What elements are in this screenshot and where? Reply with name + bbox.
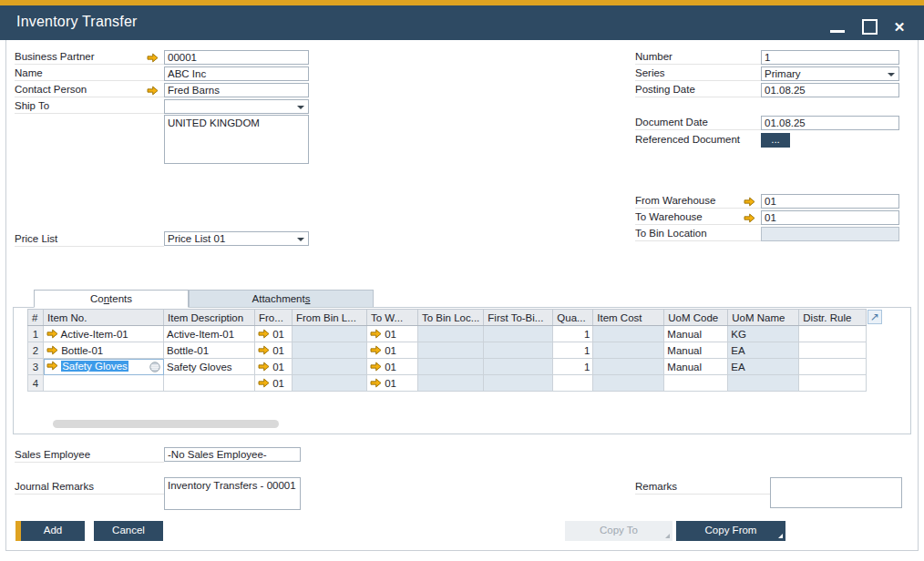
to-warehouse-input[interactable] (761, 210, 899, 225)
item-no-cell[interactable]: Active-Item-01 (44, 326, 164, 342)
link-arrow-icon[interactable] (147, 53, 159, 63)
distr-rule-cell[interactable] (799, 375, 867, 392)
ship-to-dropdown[interactable] (164, 99, 309, 114)
quantity-cell[interactable]: 1 (553, 326, 593, 342)
item-no-cell[interactable] (44, 375, 164, 392)
col-header-uom-code[interactable]: UoM Code (664, 310, 728, 326)
close-button[interactable]: ✕ (889, 18, 909, 36)
number-input[interactable] (761, 50, 899, 65)
item-description-cell[interactable] (164, 375, 255, 392)
remarks-textarea[interactable] (770, 477, 902, 508)
series-dropdown[interactable]: Primary (761, 66, 899, 81)
from-warehouse-cell[interactable]: 01 (255, 326, 293, 342)
item-no-cell[interactable]: Bottle-01 (44, 342, 164, 359)
col-header-item-cost[interactable]: Item Cost (593, 310, 664, 326)
col-header-to-bin[interactable]: To Bin Loc... (418, 310, 484, 326)
referenced-document-button[interactable]: ... (761, 133, 790, 148)
price-list-value: Price List 01 (168, 233, 225, 244)
item-description-cell[interactable]: Safety Gloves (164, 359, 255, 375)
item-description-cell[interactable]: Active-Item-01 (164, 326, 255, 342)
col-header-item-description[interactable]: Item Description (164, 310, 255, 326)
link-arrow-icon[interactable] (370, 378, 382, 388)
number-label: Number (635, 50, 761, 65)
link-arrow-icon[interactable] (46, 345, 58, 355)
from-warehouse-cell[interactable]: 01 (255, 359, 293, 375)
row-number-cell[interactable]: 3 (28, 359, 44, 375)
quantity-cell[interactable] (553, 375, 593, 392)
col-header-from-warehouse[interactable]: Fro... (255, 310, 293, 326)
choose-from-list-icon[interactable] (149, 362, 160, 372)
tab-attachments[interactable]: Attachments (189, 290, 374, 308)
series-label: Series (635, 66, 761, 81)
add-button[interactable]: Add (15, 521, 85, 541)
link-arrow-icon[interactable] (258, 378, 270, 388)
link-arrow-icon[interactable] (258, 345, 270, 355)
to-warehouse-cell[interactable]: 01 (367, 326, 418, 342)
horizontal-scrollbar-thumb[interactable] (53, 420, 279, 428)
quantity-cell[interactable]: 1 (553, 342, 593, 359)
name-label: Name (15, 66, 164, 81)
row-number-cell[interactable]: 4 (28, 375, 44, 392)
maximize-button[interactable] (860, 18, 880, 36)
link-arrow-icon[interactable] (46, 361, 58, 371)
remarks-label: Remarks (635, 480, 770, 495)
link-arrow-icon[interactable] (258, 362, 270, 372)
col-header-first-to-bin[interactable]: First To-Bi... (484, 310, 553, 326)
col-header-row-num[interactable]: # (28, 310, 44, 326)
row-number-cell[interactable]: 1 (28, 326, 44, 342)
uom-code-cell[interactable]: Manual (664, 359, 728, 375)
name-input[interactable] (164, 66, 309, 81)
link-arrow-icon[interactable] (258, 329, 270, 339)
row-number-cell[interactable]: 2 (28, 342, 44, 359)
col-header-from-bin[interactable]: From Bin L... (293, 310, 367, 326)
window-title: Inventory Transfer (16, 14, 138, 30)
link-arrow-icon[interactable] (744, 197, 755, 207)
posting-date-input[interactable] (761, 83, 899, 97)
ship-to-address-textarea[interactable]: UNITED KINGDOM (164, 115, 309, 164)
from-warehouse-cell[interactable]: 01 (255, 342, 293, 359)
from-warehouse-input[interactable] (761, 194, 899, 209)
distr-rule-cell[interactable] (799, 326, 867, 342)
copy-from-button[interactable]: Copy From (676, 521, 785, 541)
distr-rule-cell[interactable] (799, 342, 867, 359)
uom-code-cell[interactable]: Manual (664, 342, 728, 359)
from-warehouse-cell[interactable]: 01 (255, 375, 293, 392)
distr-rule-cell[interactable] (799, 359, 867, 375)
col-header-uom-name[interactable]: UoM Name (728, 310, 799, 326)
journal-remarks-textarea[interactable]: Inventory Transfers - 00001 (164, 477, 301, 510)
item-no-cell-editing[interactable]: Safety Gloves (44, 359, 164, 375)
col-header-distr-rule[interactable]: Distr. Rule (799, 310, 867, 326)
item-description-cell[interactable]: Bottle-01 (164, 342, 255, 359)
referenced-document-label: Referenced Document (635, 133, 761, 148)
tab-contents[interactable]: Contents (34, 290, 189, 308)
contact-person-input[interactable] (164, 83, 309, 97)
uom-name-cell (728, 375, 799, 392)
uom-code-cell[interactable]: Manual (664, 326, 728, 342)
chevron-down-icon (297, 238, 304, 241)
uom-code-cell[interactable] (664, 375, 728, 392)
link-arrow-icon[interactable] (744, 213, 755, 223)
sales-employee-input[interactable] (164, 447, 301, 462)
to-warehouse-cell[interactable]: 01 (367, 342, 418, 359)
quantity-cell[interactable]: 1 (553, 359, 593, 375)
to-warehouse-cell[interactable]: 01 (367, 375, 418, 392)
link-arrow-icon[interactable] (370, 362, 382, 372)
uom-name-cell: EA (728, 342, 799, 359)
link-arrow-icon[interactable] (46, 329, 58, 339)
expand-grid-icon[interactable]: ↗ (868, 310, 882, 324)
document-date-input[interactable] (761, 116, 899, 130)
first-to-bin-cell (484, 375, 553, 392)
price-list-dropdown[interactable]: Price List 01 (164, 231, 309, 246)
cancel-button[interactable]: Cancel (94, 521, 163, 541)
col-header-to-warehouse[interactable]: To W... (367, 310, 418, 326)
link-arrow-icon[interactable] (370, 345, 382, 355)
to-warehouse-label: To Warehouse (635, 210, 761, 225)
col-header-quantity[interactable]: Qua... (553, 310, 593, 326)
business-partner-label: Business Partner (15, 50, 164, 65)
business-partner-input[interactable] (164, 50, 309, 65)
link-arrow-icon[interactable] (147, 86, 159, 96)
to-warehouse-cell[interactable]: 01 (367, 359, 418, 375)
link-arrow-icon[interactable] (370, 329, 382, 339)
col-header-item-no[interactable]: Item No. (44, 310, 164, 326)
minimize-button[interactable] (827, 18, 847, 36)
